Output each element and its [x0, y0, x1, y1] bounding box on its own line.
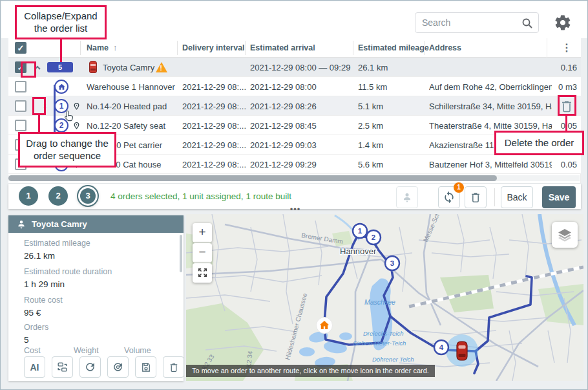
summary-header: Toyota Camry [8, 215, 184, 233]
row-name: No.14-20 Heated pad [87, 102, 167, 111]
ai-optimize-button[interactable]: AI [24, 356, 45, 378]
warning-icon[interactable]: ! [156, 62, 167, 72]
step-1[interactable]: 1 [19, 186, 38, 206]
callout-line [565, 116, 567, 131]
order-map-marker-4[interactable]: 4 [434, 340, 448, 356]
settings-gear-icon[interactable] [554, 14, 572, 32]
map-zoom-out-button[interactable]: − [193, 243, 212, 263]
refresh-route-button[interactable] [79, 356, 101, 378]
map-layers-button[interactable] [552, 222, 578, 248]
refresh-clock-icon [112, 361, 124, 373]
row-interval: 2021-12-29 08:... [182, 160, 246, 169]
order-row-heated-pad[interactable]: ↕ 1 No.14-20 Heated pad 2021-12-29 08:..… [8, 96, 581, 116]
search-icon [521, 17, 533, 29]
order-map-marker-3[interactable]: 3 [385, 256, 399, 272]
panel-scrollbar[interactable] [180, 235, 182, 272]
field-value: 1 h 29 min [24, 279, 65, 289]
back-button[interactable]: Back [501, 186, 533, 208]
map-label-water: Sieben-Meter-Teich [353, 340, 406, 347]
row-mileage: 5.6 km [358, 160, 383, 169]
column-menu-icon[interactable]: ⋮ [562, 41, 572, 54]
field-label: Estimated route duration [24, 267, 112, 276]
warehouse-row[interactable]: Warehouse 1 Hannover 2021-12-29 08:... 2… [8, 77, 581, 96]
col-address[interactable]: Address [429, 43, 461, 52]
map-zoom-in-button[interactable]: + [193, 223, 212, 243]
svg-text:2: 2 [372, 233, 375, 241]
row-checkbox[interactable] [15, 100, 26, 112]
trash-icon [168, 362, 180, 373]
step-2[interactable]: 2 [48, 186, 68, 206]
row-arrival: 2021-12-29 08:00 [250, 82, 317, 92]
delete-highlight-box [558, 95, 576, 116]
row-address: Bautzener Hof 3, Mittelfeld 30519,... [429, 160, 552, 169]
unit-volume: 0.16 [561, 63, 577, 72]
row-arrival: 2021-12-29 09:03 [250, 140, 317, 150]
route-map[interactable]: 1 2 3 4 Hannover Bremer Damm Messe-Schne… [186, 214, 583, 381]
row-mileage: 1.4 km [358, 140, 383, 150]
field-label: Route cost [24, 296, 63, 305]
vehicle-icon [89, 61, 97, 73]
map-label-city: Hannover [340, 246, 377, 256]
row-interval: 2021-12-29 08:... [182, 102, 246, 111]
warehouse-marker [54, 80, 68, 94]
vehicle-marker[interactable] [457, 341, 467, 360]
selection-status-text: 4 orders selected, 1 unit assigned, 1 ro… [110, 191, 291, 201]
row-mileage: 11.5 km [358, 82, 387, 92]
save-route-button[interactable] [135, 356, 156, 378]
person-pin-icon [401, 191, 414, 204]
change-unit-button[interactable] [52, 356, 73, 378]
order-map-marker-2[interactable]: 2 [366, 230, 381, 246]
route-planning-window: ✓ Name ↑ Delivery interval Estimated arr… [0, 0, 588, 390]
save-button[interactable]: Save [542, 186, 576, 208]
collapse-highlight-box [21, 61, 36, 78]
driver-pin-icon [16, 218, 27, 230]
row-address: Theaterstraße 4, Mitte 30159, Han... [429, 121, 552, 131]
panel-resize-handle[interactable]: ••• [286, 204, 305, 214]
row-name: Warehouse 1 Hannover [87, 82, 175, 92]
col-name[interactable]: Name [87, 43, 109, 52]
row-interval: 2021-12-29 08:... [182, 82, 246, 92]
row-address: Akazienstraße 11, [429, 140, 496, 150]
field-value: 5 [24, 335, 29, 345]
drag-highlight-box [32, 97, 46, 115]
delete-route-button[interactable] [465, 186, 487, 208]
row-volume: 0.05 [561, 121, 577, 131]
col-cost: Cost [24, 346, 41, 355]
summary-unit-name: Toyota Camry [32, 219, 87, 229]
rebuild-route-button[interactable]: 1 [438, 186, 460, 208]
select-all-checkbox[interactable]: ✓ [15, 42, 26, 54]
map-label-water: Maschsee [364, 298, 395, 306]
search-input[interactable] [422, 13, 519, 32]
callout-line [60, 39, 62, 62]
map-fullscreen-button[interactable] [193, 263, 212, 283]
row-address: Schillerstraße 34, Mitte 30159, Ha... [429, 102, 552, 111]
route-summary-panel: Toyota Camry Estimated mileage 26.1 km E… [8, 215, 184, 381]
unit-row-toyota-camry[interactable]: ✓ 5 Toyota Camry ! 2021-12-29 08:00 — 09… [8, 58, 581, 77]
row-checkbox[interactable] [15, 120, 26, 131]
assign-unit-button-disabled [396, 186, 418, 208]
search-box[interactable] [415, 12, 539, 33]
col-weight: Weight [74, 346, 99, 355]
svg-text:4: 4 [439, 343, 444, 351]
callout-delete-order: Delete the order [494, 131, 584, 155]
trash-icon [469, 191, 482, 204]
sync-icon [443, 191, 456, 204]
row-arrival: 2021-12-29 08:45 [250, 121, 317, 131]
row-interval: 2021-12-29 08:... [182, 121, 246, 131]
svg-text:3: 3 [390, 259, 394, 267]
unit-name: Toyota Camry [103, 63, 154, 72]
col-estimated-arrival[interactable]: Estimated arrival [250, 43, 315, 52]
table-hscroll-thumb[interactable] [8, 175, 497, 181]
field-label: Estimated mileage [24, 239, 90, 248]
sort-asc-icon[interactable]: ↑ [113, 43, 117, 52]
col-estimated-mileage[interactable]: Estimated mileage [358, 43, 429, 52]
row-checkbox[interactable] [15, 81, 26, 92]
recalculate-eta-button[interactable] [107, 356, 129, 378]
row-address: Auf dem Rohe 42, Oberricklingen ... [429, 82, 552, 92]
field-value: 26.1 km [24, 251, 55, 261]
button-divider [494, 188, 495, 206]
step-3-active[interactable]: 3 [80, 188, 96, 204]
col-delivery-interval[interactable]: Delivery interval [182, 43, 245, 52]
delete-route-button-panel[interactable] [163, 356, 184, 378]
row-interval: 2021-12-29 08:... [182, 140, 246, 150]
